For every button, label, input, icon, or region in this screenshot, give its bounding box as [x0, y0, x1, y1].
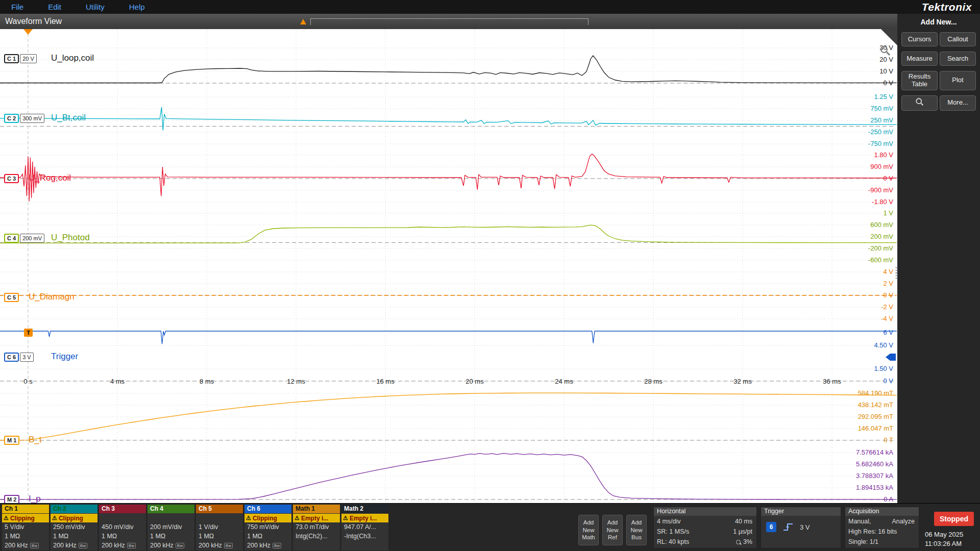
status-row: 200 kHzBw	[148, 541, 194, 550]
bandwidth-limit-icon: Bw	[79, 543, 87, 548]
channel-tab[interactable]: Ch 2	[51, 505, 97, 513]
status-row: 947.07 A/...	[341, 522, 388, 532]
channel-badge-c6[interactable]: C 6	[4, 353, 19, 362]
status-block-ch-5[interactable]: Ch 51 V/div1 MΩ200 kHzBw	[196, 505, 243, 550]
channel-label-c1[interactable]: U_loop,coil	[51, 53, 94, 63]
run-stop-state[interactable]: Stopped	[934, 512, 974, 526]
channel-tab[interactable]: Ch 5	[196, 505, 243, 513]
add-new-math-button[interactable]: Add New Math	[578, 515, 599, 545]
zoom-marker-icon[interactable]	[300, 19, 306, 24]
channel-badge-group-c6[interactable]: C 63 V	[4, 353, 34, 362]
acquisition-single: Single: 1/1	[848, 538, 878, 545]
trigger-level-marker[interactable]	[886, 354, 896, 361]
zoom-overview-bar[interactable]	[300, 18, 589, 26]
trigger-position-marker[interactable]	[23, 29, 33, 35]
channel-label-c3[interactable]: U_Rog,coil	[29, 173, 71, 183]
menu-help[interactable]: Help	[129, 3, 145, 11]
warning-icon: ⚠	[246, 515, 251, 521]
magnifier-icon[interactable]	[879, 44, 892, 58]
horizontal-row: 4 ms/div40 ms	[654, 516, 756, 526]
status-block-ch-4[interactable]: Ch 4200 mV/div1 MΩ200 kHzBw	[148, 505, 194, 550]
zoom-tool-button[interactable]	[901, 95, 938, 111]
channel-badge-c5[interactable]: C 5	[4, 293, 19, 302]
acquisition-single-row: Single: 1/1	[845, 536, 919, 546]
channel-label-c4[interactable]: U_Photod	[51, 233, 90, 243]
zoom-range-bracket[interactable]	[310, 18, 589, 25]
acquisition-analyze[interactable]: Analyze	[892, 518, 915, 525]
add-new-ref-button[interactable]: Add New Ref	[602, 515, 623, 545]
channel-scale-badge-c1[interactable]: 20 V	[20, 54, 37, 63]
plot-button[interactable]: Plot	[940, 71, 976, 90]
channel-badge-m1[interactable]: M 1	[4, 436, 19, 445]
zoom-corner-icon[interactable]	[881, 29, 897, 45]
trigger-source-badge[interactable]: 6	[766, 522, 776, 532]
waveform-view-titlebar: Waveform View	[0, 14, 897, 29]
channel-label-m1[interactable]: B_t	[29, 435, 42, 445]
channel-label-c6[interactable]: Trigger	[51, 352, 78, 362]
acquisition-panel[interactable]: Acquisition Manual, Analyze High Res: 16…	[845, 507, 919, 548]
warning-icon: ⚠	[295, 515, 300, 521]
acquisition-mode[interactable]: Manual,	[848, 518, 871, 525]
trigger-level-value: 3 V	[800, 523, 810, 531]
menu-file[interactable]: File	[11, 3, 23, 11]
channel-badge-c4[interactable]: C 4	[4, 234, 19, 243]
status-block-math-2[interactable]: Math 2⚠Empty i...947.07 A/...-Intg(Ch3..…	[341, 505, 388, 550]
acquisition-detail-row: High Res: 16 bits	[845, 526, 919, 536]
channel-scale-badge-c6[interactable]: 3 V	[20, 353, 34, 362]
channel-badge-group-m1[interactable]: M 1	[4, 436, 19, 445]
status-row: 1 MΩ	[244, 532, 291, 541]
channel-badge-group-c4[interactable]: C 4200 mV	[4, 234, 44, 243]
measure-button[interactable]: Measure	[901, 52, 938, 66]
status-row: -Intg(Ch3...	[341, 532, 388, 541]
acquisition-detail: High Res: 16 bits	[848, 528, 897, 535]
channel-tab[interactable]: Math 1	[293, 505, 340, 513]
channel-badge-c1[interactable]: C 1	[4, 54, 19, 63]
status-block-ch-2[interactable]: Ch 2⚠Clipping250 mV/div1 MΩ200 kHzBw	[51, 505, 97, 550]
channel-badge-group-c3[interactable]: C 3	[4, 174, 19, 183]
horizontal-panel[interactable]: Horizontal 4 ms/div40 msSR: 1 MS/s1 µs/p…	[653, 507, 757, 548]
channel-tab[interactable]: Ch 3	[99, 505, 146, 513]
search-magnifier-icon	[915, 97, 924, 107]
channel-badge-c2[interactable]: C 2	[4, 114, 19, 123]
trigger-panel-title: Trigger	[761, 507, 841, 516]
channel-tab[interactable]: Math 2	[341, 505, 388, 513]
channel-badge-group-c2[interactable]: C 2300 mV	[4, 114, 44, 123]
channel-badge-group-c5[interactable]: C 5	[4, 293, 19, 302]
status-row: 200 kHzBw	[244, 541, 291, 550]
status-row: 200 kHzBw	[196, 541, 243, 550]
channel-label-c2[interactable]: U_Bt,coil	[51, 113, 86, 123]
channel-scale-badge-c2[interactable]: 300 mV	[20, 114, 44, 123]
menu-bar: File Edit Utility Help Tektronix	[0, 0, 980, 14]
time: 11:03:26 AM	[925, 539, 978, 548]
trigger-panel[interactable]: Trigger 6 3 V	[761, 507, 841, 548]
channel-badge-group-c1[interactable]: C 120 V	[4, 54, 37, 63]
callout-button[interactable]: Callout	[940, 32, 976, 46]
status-block-ch-6[interactable]: Ch 6⚠Clipping750 mV/div1 MΩ200 kHzBw	[244, 505, 291, 550]
bandwidth-limit-icon: Bw	[224, 543, 233, 548]
right-sidebar: Add New... Cursors Callout Measure Searc…	[897, 14, 980, 503]
status-row: 1 V/div	[196, 522, 243, 532]
status-row: 450 mV/div	[99, 522, 146, 532]
status-block-ch-1[interactable]: Ch 1⚠Clipping5 V/div1 MΩ200 kHzBw	[2, 505, 49, 550]
channel-label-m2[interactable]: I_p	[29, 494, 41, 504]
trigger-settings: 6 3 V	[761, 516, 841, 538]
results-table-button[interactable]: Results Table	[901, 71, 938, 90]
clipping-warning: ⚠Empty i...	[341, 514, 388, 522]
channel-scale-badge-c4[interactable]: 200 mV	[20, 234, 44, 243]
channel-badge-c3[interactable]: C 3	[4, 174, 19, 183]
more-button[interactable]: More...	[940, 95, 976, 111]
menu-edit[interactable]: Edit	[48, 3, 61, 11]
menu-utility[interactable]: Utility	[86, 3, 105, 11]
channel-tab[interactable]: Ch 6	[244, 505, 291, 513]
trigger-source-flag[interactable]: T	[24, 329, 33, 337]
channel-tab[interactable]: Ch 1	[2, 505, 49, 513]
status-block-ch-3[interactable]: Ch 3450 mV/div1 MΩ200 kHzBw	[99, 505, 146, 550]
channel-label-c5[interactable]: U_Diamagn	[29, 292, 75, 302]
add-new-bus-button[interactable]: Add New Bus	[626, 515, 647, 545]
cursors-button[interactable]: Cursors	[901, 32, 938, 46]
search-button[interactable]: Search	[940, 52, 976, 66]
status-block-math-1[interactable]: Math 1⚠Empty i...73.0 mT/divIntg(Ch2)...	[293, 505, 340, 550]
channel-tab[interactable]: Ch 4	[148, 505, 194, 513]
waveform-plot-area[interactable]: 30 V20 V10 V0 V1.25 V750 mV250 mV-250 mV…	[0, 29, 897, 503]
clipping-warning: ⚠Clipping	[51, 514, 97, 522]
